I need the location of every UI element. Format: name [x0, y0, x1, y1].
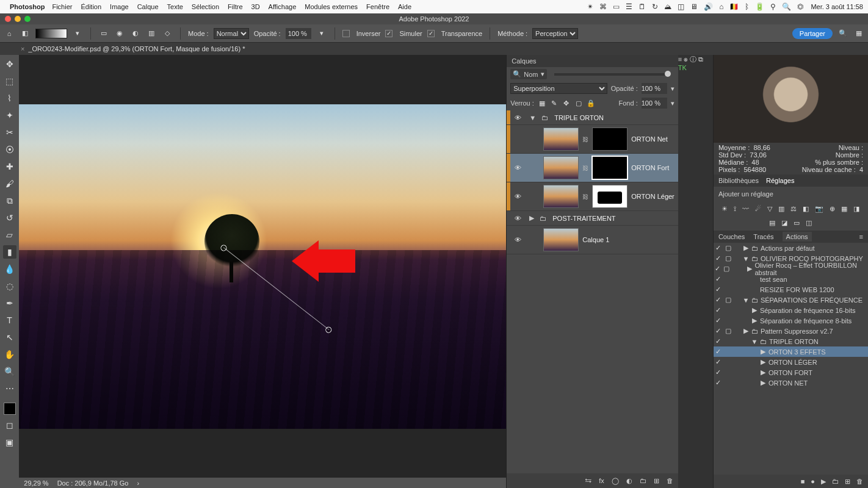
- visibility-toggle[interactable]: 👁: [510, 236, 525, 243]
- action-check[interactable]: ✓: [714, 327, 723, 335]
- trash-icon[interactable]: 🗑: [856, 478, 863, 485]
- menu-aide[interactable]: Aide: [398, 3, 411, 10]
- wifi-icon[interactable]: ⚲: [770, 2, 776, 11]
- new-action-icon[interactable]: ⊞: [845, 478, 850, 486]
- color-swatches[interactable]: [4, 403, 16, 415]
- blend-mode-select[interactable]: Normal: [214, 28, 249, 39]
- menu-calque[interactable]: Calque: [137, 3, 159, 10]
- stamp-tool[interactable]: ⧉: [3, 194, 16, 207]
- search-icon[interactable]: 🔍: [837, 28, 848, 39]
- inverser-checkbox[interactable]: [342, 30, 350, 37]
- panel-icon[interactable]: ⎈: [684, 56, 688, 63]
- bibliotheques-tab[interactable]: Bibliothèques: [718, 177, 759, 184]
- action-dialog-toggle[interactable]: ▢: [723, 296, 733, 304]
- transparence-checkbox[interactable]: [427, 30, 435, 37]
- pen-tool[interactable]: ✒: [3, 296, 16, 310]
- adjustment-icon[interactable]: ◐: [626, 477, 632, 485]
- status-icon[interactable]: ☰: [626, 2, 632, 11]
- gradient-map-icon[interactable]: ▭: [794, 219, 800, 227]
- new-set-icon[interactable]: 🗀: [832, 478, 839, 485]
- battery-icon[interactable]: 🔋: [755, 2, 764, 11]
- layer-name[interactable]: ORTON Léger: [631, 193, 675, 200]
- quick-mask-tool[interactable]: ◻: [3, 418, 16, 432]
- action-item[interactable]: ✓▶ORTON LÉGER: [714, 357, 868, 367]
- action-item[interactable]: ✓▢▶🗀Actions par défaut: [714, 243, 868, 253]
- fx-icon[interactable]: fx: [599, 477, 604, 484]
- tool-preset-icon[interactable]: ◧: [20, 28, 31, 39]
- threshold-icon[interactable]: ◪: [781, 219, 787, 227]
- visibility-toggle[interactable]: 👁: [510, 193, 525, 200]
- action-check[interactable]: ✓: [714, 337, 723, 345]
- lock-position-icon[interactable]: ✥: [562, 99, 571, 107]
- levels-icon[interactable]: ⟟: [734, 205, 736, 213]
- menu-édition[interactable]: Édition: [81, 3, 101, 10]
- zoom-tool[interactable]: 🔍: [3, 365, 16, 378]
- panel-icon[interactable]: ≡: [678, 56, 682, 63]
- action-item[interactable]: ✓▢▼🗀SÉPARATIONS DE FRÉQUENCE: [714, 295, 868, 305]
- action-item[interactable]: ✓▶Séparation de fréquence 16-bits: [714, 305, 868, 315]
- link-layers-icon[interactable]: ⮀: [585, 477, 591, 484]
- exposure-icon[interactable]: ☄: [755, 205, 761, 213]
- invert-icon[interactable]: ◨: [853, 205, 859, 213]
- visibility-toggle[interactable]: 👁: [510, 164, 525, 171]
- layer-name[interactable]: POST-TRAITEMENT: [552, 215, 615, 222]
- layer-fill-input[interactable]: [642, 98, 667, 109]
- lock-artboard-icon[interactable]: ▢: [574, 99, 583, 107]
- history-brush-tool[interactable]: ↺: [3, 211, 16, 224]
- brush-tool[interactable]: 🖌: [3, 177, 16, 190]
- disclosure-icon[interactable]: ▶: [742, 244, 750, 252]
- menu-fenêtre[interactable]: Fenêtre: [366, 3, 389, 10]
- menu-fichier[interactable]: Fichier: [52, 3, 72, 10]
- panel-menu-icon[interactable]: ≡: [859, 233, 863, 240]
- workspace-icon[interactable]: ▦: [853, 28, 864, 39]
- menu-sélection[interactable]: Sélection: [192, 3, 219, 10]
- dropdown-icon[interactable]: ▾: [316, 28, 327, 39]
- record-icon[interactable]: ●: [811, 478, 815, 485]
- menu-affichage[interactable]: Affichage: [269, 3, 297, 10]
- close-tab-icon[interactable]: ×: [21, 45, 24, 52]
- selective-color-icon[interactable]: ◫: [806, 219, 812, 227]
- disclosure-icon[interactable]: ▶: [751, 306, 758, 314]
- action-item[interactable]: ✓▼🗀TRIPLE ORTON: [714, 336, 868, 346]
- disclosure-icon[interactable]: ▶: [759, 358, 767, 366]
- filter-slider[interactable]: [554, 73, 671, 76]
- action-item[interactable]: ✓▶ORTON NET: [714, 378, 868, 388]
- layer-name[interactable]: ORTON Net: [631, 135, 668, 143]
- action-item[interactable]: ✓▢▶Olivier Rocq – Effet TOURBILLON abstr…: [714, 264, 868, 274]
- action-check[interactable]: ✓: [714, 379, 723, 387]
- couches-tab[interactable]: Couches: [718, 233, 745, 240]
- document-tab-title[interactable]: _ORO0243-Modifier.psd @ 29,3% (ORTON For…: [28, 45, 245, 52]
- hand-tool[interactable]: ✋: [3, 348, 16, 361]
- marquee-tool[interactable]: ⬚: [3, 74, 16, 88]
- layer-item[interactable]: 👁Calque 1: [507, 226, 678, 254]
- hue-icon[interactable]: ▥: [778, 205, 784, 213]
- document-canvas[interactable]: [19, 55, 506, 478]
- disclosure-icon[interactable]: ▶: [742, 327, 750, 335]
- action-item[interactable]: ✓▶ORTON 3 EFFETS: [714, 346, 868, 357]
- status-icon[interactable]: ▭: [613, 2, 620, 11]
- disclosure-icon[interactable]: ▼: [742, 296, 750, 304]
- quick-select-tool[interactable]: ✦: [3, 109, 16, 122]
- action-check[interactable]: ✓: [714, 296, 723, 304]
- healing-tool[interactable]: ✚: [3, 160, 16, 173]
- gradient-angle-icon[interactable]: ◐: [130, 28, 141, 39]
- action-check[interactable]: ✓: [714, 317, 723, 325]
- close-window[interactable]: [5, 16, 11, 22]
- home-icon[interactable]: ⌂: [4, 28, 15, 39]
- menubar-clock[interactable]: Mer. 3 août 11:58: [811, 3, 863, 10]
- disclosure-icon[interactable]: ▶: [759, 368, 767, 376]
- screen-mode-tool[interactable]: ▣: [3, 436, 16, 449]
- tk-icon[interactable]: TK: [678, 64, 687, 71]
- eraser-tool[interactable]: ▱: [3, 228, 16, 242]
- action-item[interactable]: ✓▶ORTON FORT: [714, 367, 868, 378]
- lock-all-icon[interactable]: 🔒: [587, 99, 595, 107]
- search-icon[interactable]: 🔍: [782, 2, 791, 11]
- dropdown-icon[interactable]: ▾: [671, 85, 675, 93]
- disclosure-icon[interactable]: ▶: [529, 214, 534, 222]
- disclosure-icon[interactable]: ▶: [759, 379, 767, 387]
- action-check[interactable]: ✓: [714, 348, 723, 356]
- app-name[interactable]: Photoshop: [10, 3, 45, 10]
- reglages-tab[interactable]: Réglages: [766, 177, 794, 184]
- dropdown-icon[interactable]: ▾: [72, 28, 83, 39]
- volume-icon[interactable]: 🔊: [704, 2, 713, 11]
